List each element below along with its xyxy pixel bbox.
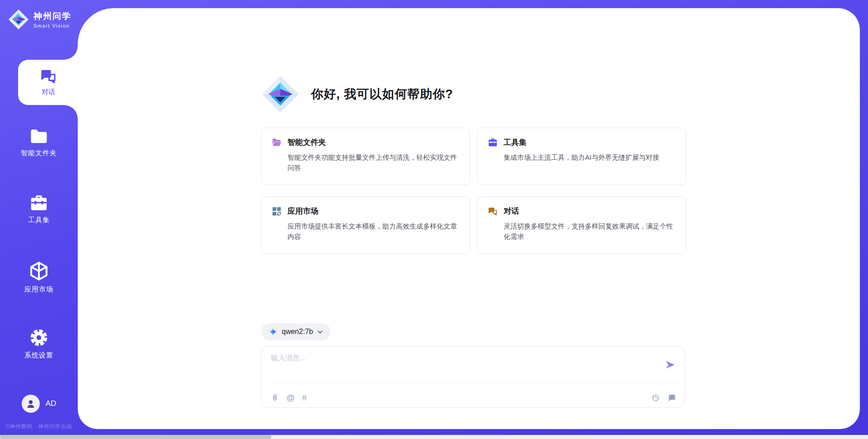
- brand-diamond-icon: [8, 9, 29, 30]
- chat-bubbles-icon: [40, 69, 57, 84]
- card-smart-folder[interactable]: 智能文件夹 智能文件夹功能支持批量文件上传与清洗，轻松实现文件问答: [261, 128, 470, 185]
- chat-bubbles-icon: [488, 207, 498, 216]
- main-content: 你好, 我可以如何帮助你? 智能文件夹 智能文件夹功能支持批量文件上传与清洗，轻…: [261, 8, 686, 408]
- app-grid-icon: [272, 206, 282, 216]
- card-title: 应用市场: [288, 206, 318, 216]
- sidebar-item-label: 应用市场: [24, 285, 53, 294]
- toolbox-icon: [488, 138, 498, 147]
- briefcase-icon: [29, 195, 48, 212]
- history-icon: [651, 393, 660, 402]
- brand-subtitle: Smart Vision: [33, 23, 71, 29]
- brand-name: 神州问学: [33, 10, 71, 22]
- brand: 神州问学 Smart Vision: [8, 9, 71, 30]
- model-diamond-icon: [269, 327, 278, 336]
- sidebar-item-settings[interactable]: 系统设置: [0, 328, 78, 360]
- tab-fillet-bottom: [64, 105, 78, 119]
- greeting-title: 你好, 我可以如何帮助你?: [311, 86, 453, 102]
- user-profile[interactable]: AD: [0, 395, 78, 413]
- avatar: [22, 395, 40, 413]
- feature-cards: 智能文件夹 智能文件夹功能支持批量文件上传与清洗，轻松实现文件问答 工具集 集成…: [261, 128, 686, 254]
- message-input[interactable]: [270, 353, 647, 381]
- hashtag-icon[interactable]: #: [302, 393, 307, 402]
- send-icon: [665, 360, 675, 370]
- app-window: { "app": { "brand_cn": "神州问学", "brand_en…: [0, 0, 868, 439]
- cube-icon: [29, 261, 48, 281]
- sidebar-item-chat[interactable]: 对话: [18, 60, 79, 105]
- composer-divider: [269, 382, 677, 383]
- card-description: 灵活切换多模型文件，支持多样回复效果调试，满足个性化需求: [504, 221, 676, 242]
- feedback-button[interactable]: [667, 393, 676, 402]
- gear-icon: [29, 328, 48, 347]
- folder-open-icon: [272, 138, 282, 147]
- send-button[interactable]: [663, 358, 677, 373]
- model-name: qwen2:7b: [282, 328, 313, 336]
- sidebar-item-label: 智能文件夹: [21, 149, 57, 157]
- card-description: 智能文件夹功能支持批量文件上传与清洗，轻松实现文件问答: [288, 152, 460, 173]
- card-app-market[interactable]: 应用市场 应用市场提供丰富长文本模板，助力高效生成多样化文章内容: [261, 196, 470, 254]
- history-button[interactable]: [651, 393, 660, 402]
- sidebar-item-label: 系统设置: [24, 351, 53, 360]
- tab-fillet-top: [64, 46, 78, 60]
- paperclip-icon: [271, 393, 279, 402]
- chat-bubble-icon: [667, 393, 676, 402]
- message-composer: @ #: [261, 346, 685, 408]
- chevron-down-icon: [317, 329, 323, 335]
- greeting: 你好, 我可以如何帮助你?: [261, 74, 686, 114]
- composer-toolbar: @ #: [271, 393, 676, 402]
- copyright-text: ©神州数码 · 神州问学出品: [0, 423, 78, 430]
- sidebar-item-label: 工具集: [28, 216, 50, 224]
- scrollbar-thumb[interactable]: [0, 435, 271, 439]
- sidebar-item-app-market[interactable]: 应用市场: [0, 261, 78, 294]
- sidebar: 神州问学 Smart Vision 对话 智能文件夹 工具集: [0, 0, 78, 439]
- card-title: 对话: [504, 206, 519, 216]
- card-chat[interactable]: 对话 灵活切换多模型文件，支持多样回复效果调试，满足个性化需求: [477, 196, 686, 254]
- card-toolset[interactable]: 工具集 集成市场上主流工具，助力AI与外界无缝扩展与对接: [477, 128, 686, 185]
- person-icon: [25, 398, 36, 409]
- card-title: 智能文件夹: [288, 137, 326, 148]
- model-selector[interactable]: qwen2:7b: [261, 323, 330, 340]
- horizontal-scrollbar: [0, 435, 868, 439]
- assistant-diamond-icon: [261, 74, 299, 114]
- folder-icon: [29, 129, 48, 145]
- card-description: 集成市场上主流工具，助力AI与外界无缝扩展与对接: [504, 152, 676, 162]
- username: AD: [46, 399, 57, 408]
- card-description: 应用市场提供丰富长文本模板，助力高效生成多样化文章内容: [288, 221, 460, 242]
- sidebar-item-toolset[interactable]: 工具集: [0, 195, 78, 224]
- mention-icon[interactable]: @: [286, 393, 295, 402]
- attachment-button[interactable]: [271, 393, 279, 402]
- sidebar-item-smart-folder[interactable]: 智能文件夹: [0, 129, 78, 157]
- card-title: 工具集: [504, 137, 527, 148]
- main-panel: 你好, 我可以如何帮助你? 智能文件夹 智能文件夹功能支持批量文件上传与清洗，轻…: [78, 8, 860, 429]
- sidebar-item-label: 对话: [42, 88, 55, 96]
